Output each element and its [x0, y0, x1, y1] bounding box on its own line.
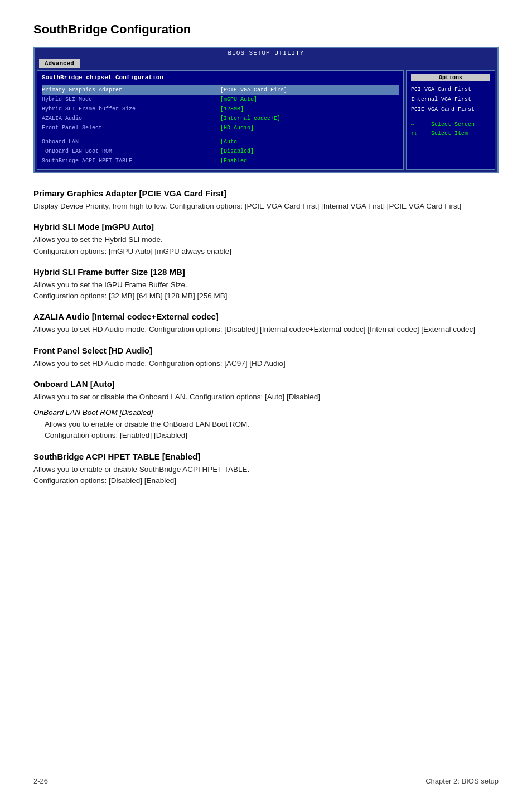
bios-value-4: [HD Audio] — [220, 123, 399, 133]
footer-page-number: 2-26 — [33, 777, 48, 785]
bios-option-2: PCIE VGA Card First — [411, 105, 490, 115]
bios-value-0: [PCIE VGA Card Firs] — [220, 85, 399, 95]
section-onboard-lan: Onboard LAN [Auto] Allows you to set or … — [33, 379, 499, 442]
bios-label-0: Primary Graphics Adapter — [42, 85, 220, 95]
section-hybrid-sli-mode: Hybrid SLI Mode [mGPU Auto] Allows you t… — [33, 222, 499, 257]
section-title-primary-graphics: Primary Graphics Adapter [PCIE VGA Card … — [33, 189, 499, 198]
subsection-title-onboard-lan-boot-rom: OnBoard LAN Boot ROM [Disabled] — [33, 408, 499, 417]
bios-nav-select-screen: ↔ Select Screen — [411, 120, 490, 129]
sections-container: Primary Graphics Adapter [PCIE VGA Card … — [33, 189, 499, 486]
section-azalia-audio: AZALIA Audio [Internal codec+External co… — [33, 312, 499, 335]
section-title-southbridge-acpi: SouthBridge ACPI HPET TABLE [Enabled] — [33, 452, 499, 461]
bios-label-1: Hybrid SLI Mode — [42, 95, 220, 104]
section-title-hybrid-sli-mode: Hybrid SLI Mode [mGPU Auto] — [33, 222, 499, 231]
bios-option-0: PCI VGA Card First — [411, 85, 490, 95]
bios-label-5: Onboard LAN — [42, 137, 220, 147]
section-body-hybrid-sli-mode: Allows you to set the Hybrid SLI mode.Co… — [33, 234, 499, 257]
bios-sidebar-options: PCI VGA Card First Internal VGA First PC… — [411, 85, 490, 115]
bios-main-panel: SouthBridge chipset Configuration Primar… — [37, 70, 404, 170]
bios-rows-group: Primary Graphics Adapter Hybrid SLI Mode… — [42, 85, 399, 166]
section-body-hybrid-sli-frame: Allows you to set the iGPU Frame Buffer … — [33, 279, 499, 302]
bios-value-5: [Auto] — [220, 137, 399, 147]
section-body-primary-graphics: Display Device Priority, from high to lo… — [33, 201, 499, 212]
bios-header-text: BIOS SETUP UTILITY — [35, 48, 497, 58]
bios-label-4: Front Panel Select — [42, 123, 220, 133]
bios-sidebar: Options PCI VGA Card First Internal VGA … — [406, 70, 495, 170]
section-southbridge-acpi: SouthBridge ACPI HPET TABLE [Enabled] Al… — [33, 452, 499, 487]
bios-labels: Primary Graphics Adapter Hybrid SLI Mode… — [42, 85, 220, 166]
bios-screenshot: BIOS SETUP UTILITY Advanced SouthBridge … — [33, 47, 499, 173]
section-front-panel: Front Panel Select [HD Audio] Allows you… — [33, 346, 499, 369]
bios-value-1: [mGPU Auto] — [220, 95, 399, 104]
section-title-hybrid-sli-frame: Hybrid SLI Frame buffer Size [128 MB] — [33, 267, 499, 277]
section-title-onboard-lan: Onboard LAN [Auto] — [33, 379, 499, 389]
bios-nav-select-item: ↑↓ Select Item — [411, 129, 490, 138]
bios-tab-advanced[interactable]: Advanced — [39, 59, 80, 68]
section-body-onboard-lan: Allows you to set or disable the Onboard… — [33, 392, 499, 403]
bios-label-2: Hybrid SLI Frame buffer Size — [42, 104, 220, 114]
section-title-front-panel: Front Panel Select [HD Audio] — [33, 346, 499, 355]
bios-value-6: [Disabled] — [220, 147, 399, 156]
footer-chapter: Chapter 2: BIOS setup — [425, 777, 499, 785]
bios-value-2: [128MB] — [220, 104, 399, 114]
bios-separator-1 — [42, 133, 220, 137]
section-hybrid-sli-frame: Hybrid SLI Frame buffer Size [128 MB] Al… — [33, 267, 499, 302]
bios-tabs: Advanced — [35, 58, 497, 68]
bios-sidebar-title: Options — [411, 74, 490, 81]
bios-value-3: [Internal codec+E} — [220, 114, 399, 123]
section-body-front-panel: Allows you to set HD Audio mode. Configu… — [33, 358, 499, 369]
bios-sidebar-nav: ↔ Select Screen ↑↓ Select Item — [411, 120, 490, 138]
bios-separator-2 — [220, 133, 399, 137]
subsection-body-onboard-lan-boot-rom: Allows you to enable or disable the OnBo… — [45, 419, 499, 442]
bios-values: [PCIE VGA Card Firs] [mGPU Auto] [128MB]… — [220, 85, 399, 166]
section-primary-graphics: Primary Graphics Adapter [PCIE VGA Card … — [33, 189, 499, 212]
section-body-southbridge-acpi: Allows you to enable or disable SouthBri… — [33, 464, 499, 487]
page-title: SouthBridge Configuration — [33, 22, 499, 37]
page-footer: 2-26 Chapter 2: BIOS setup — [0, 772, 532, 785]
bios-option-1: Internal VGA First — [411, 95, 490, 105]
bios-label-3: AZALIA Audio — [42, 114, 220, 123]
bios-content-area: SouthBridge chipset Configuration Primar… — [35, 68, 497, 172]
bios-section-title: SouthBridge chipset Configuration — [42, 74, 399, 81]
bios-label-7: SouthBridge ACPI HPET TABLE — [42, 156, 220, 166]
section-title-azalia-audio: AZALIA Audio [Internal codec+External co… — [33, 312, 499, 321]
bios-label-6: OnBoard LAN Boot ROM — [42, 147, 220, 156]
subsection-onboard-lan-boot-rom: OnBoard LAN Boot ROM [Disabled] Allows y… — [33, 408, 499, 442]
section-body-azalia-audio: Allows you to set HD Audio mode. Configu… — [33, 324, 499, 335]
bios-value-7: [Enabled] — [220, 156, 399, 166]
